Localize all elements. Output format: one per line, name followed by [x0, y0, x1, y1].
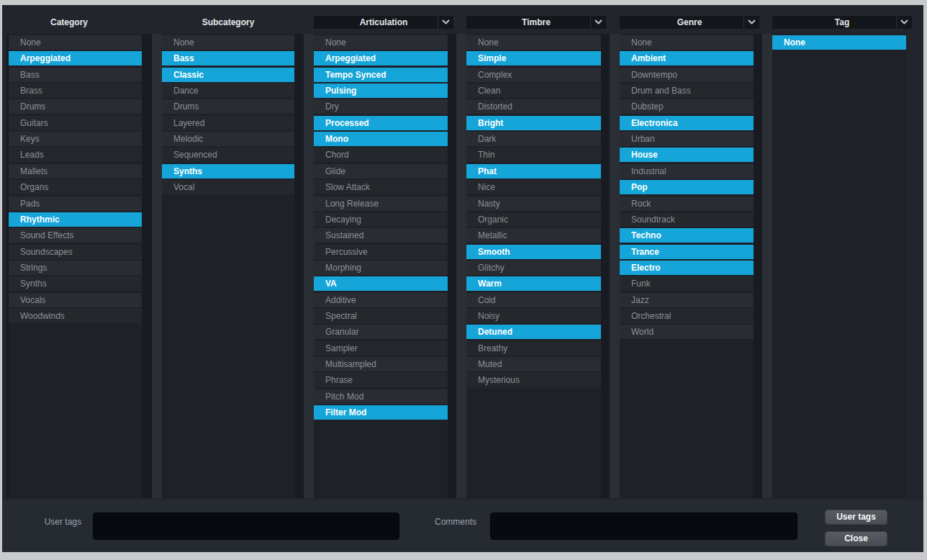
list-item[interactable]: Organs	[9, 180, 142, 194]
list-item[interactable]: Filter Mod	[314, 405, 448, 420]
list-item[interactable]: Bright	[466, 116, 601, 130]
list-item[interactable]: Classic	[162, 68, 294, 82]
list-item[interactable]: None	[314, 35, 448, 50]
list-item[interactable]: Sound Effects	[9, 228, 142, 243]
list-item[interactable]: Pads	[9, 197, 142, 211]
list-item[interactable]: Leads	[9, 148, 142, 162]
list-item[interactable]: Complex	[466, 68, 601, 82]
list-item[interactable]: None	[9, 35, 142, 50]
header-dropdown-genre[interactable]: Genre	[620, 16, 759, 29]
list-item[interactable]: Rhythmic	[9, 212, 142, 227]
list-item[interactable]: House	[620, 148, 754, 162]
list-item[interactable]: Sustained	[314, 228, 448, 243]
list-item[interactable]: Pulsing	[314, 83, 448, 98]
list-item[interactable]: Dry	[314, 99, 448, 114]
list-item[interactable]: Arpeggiated	[9, 51, 142, 66]
list-item[interactable]: Urban	[620, 132, 754, 146]
list-item[interactable]: Percussive	[314, 245, 448, 259]
list-item[interactable]: Dance	[162, 83, 294, 98]
list-item[interactable]: Thin	[466, 148, 601, 162]
list-item[interactable]: Electro	[620, 261, 754, 275]
list-item[interactable]: Processed	[314, 116, 448, 130]
list-item[interactable]: Clean	[466, 83, 601, 98]
list-item[interactable]: Strings	[9, 261, 142, 275]
chevron-down-icon[interactable]	[590, 16, 606, 29]
list-item[interactable]: Sequenced	[162, 148, 294, 162]
list-item[interactable]: Cold	[466, 293, 601, 307]
list-item[interactable]: Muted	[466, 357, 601, 371]
list-item[interactable]: Tempo Synced	[314, 68, 448, 82]
list-item[interactable]: None	[772, 35, 906, 50]
list-item[interactable]: None	[162, 35, 294, 50]
list-item[interactable]: Detuned	[466, 325, 601, 339]
close-button[interactable]: Close	[825, 531, 887, 546]
list-item[interactable]: Mono	[314, 132, 448, 146]
list-item[interactable]: Phrase	[314, 373, 448, 387]
list-item[interactable]: Granular	[314, 325, 448, 339]
chevron-down-icon[interactable]	[438, 16, 453, 29]
list-item[interactable]: Multisampled	[314, 357, 448, 371]
list-item[interactable]: Guitars	[9, 116, 142, 130]
list-item[interactable]: Industrial	[620, 164, 754, 179]
list-item[interactable]: Downtempo	[620, 68, 754, 82]
list-item[interactable]: Nice	[466, 180, 601, 194]
list-item[interactable]: Mallets	[9, 164, 142, 179]
list-item[interactable]: Vocals	[9, 293, 142, 307]
list-item[interactable]: Nasty	[466, 197, 601, 211]
chevron-down-icon[interactable]	[896, 16, 912, 29]
list-item[interactable]: Rock	[620, 197, 754, 211]
list-item[interactable]: Layered	[162, 116, 294, 130]
list-item[interactable]: Jazz	[620, 293, 754, 307]
list-item[interactable]: Orchestral	[620, 309, 754, 323]
list-item[interactable]: Warm	[466, 276, 601, 291]
list-item[interactable]: VA	[314, 276, 448, 291]
list-item[interactable]: Bass	[162, 51, 294, 66]
header-dropdown-timbre[interactable]: Timbre	[466, 16, 606, 29]
list-item[interactable]: World	[620, 325, 754, 339]
list-item[interactable]: Vocal	[162, 180, 294, 194]
list-item[interactable]: Smooth	[466, 245, 601, 259]
list-item[interactable]: Keys	[9, 132, 142, 146]
list-item[interactable]: Drum and Bass	[620, 83, 754, 98]
list-item[interactable]: Techno	[620, 228, 754, 243]
list-item[interactable]: Arpeggiated	[314, 51, 448, 66]
list-item[interactable]: Simple	[466, 51, 601, 66]
list-item[interactable]: Trance	[620, 245, 754, 259]
comments-input[interactable]	[490, 512, 797, 540]
list-item[interactable]: Pop	[620, 180, 754, 194]
list-item[interactable]: Drums	[162, 99, 294, 114]
list-item[interactable]: Bass	[9, 68, 142, 82]
list-item[interactable]: Breathy	[466, 341, 601, 356]
user-tags-input[interactable]	[93, 512, 399, 540]
list-item[interactable]: Soundtrack	[620, 212, 754, 227]
list-item[interactable]: Synths	[9, 276, 142, 291]
list-item[interactable]: Glide	[314, 164, 448, 179]
list-item[interactable]: Soundscapes	[9, 245, 142, 259]
list-item[interactable]: Pitch Mod	[314, 389, 448, 404]
chevron-down-icon[interactable]	[743, 16, 759, 29]
list-item[interactable]: Slow Attack	[314, 180, 448, 194]
list-item[interactable]: Phat	[466, 164, 601, 179]
list-item[interactable]: None	[466, 35, 601, 50]
list-item[interactable]: Additive	[314, 293, 448, 307]
list-item[interactable]: Spectral	[314, 309, 448, 323]
list-item[interactable]: Dubstep	[620, 99, 754, 114]
header-dropdown-tag[interactable]: Tag	[772, 16, 912, 29]
list-item[interactable]: Decaying	[314, 212, 448, 227]
list-item[interactable]: Woodwinds	[9, 309, 142, 323]
header-dropdown-articulation[interactable]: Articulation	[314, 16, 453, 29]
list-item[interactable]: Mysterious	[466, 373, 601, 387]
list-item[interactable]: Ambient	[620, 51, 754, 66]
list-item[interactable]: Dark	[466, 132, 601, 146]
list-item[interactable]: Metallic	[466, 228, 601, 243]
list-item[interactable]: Electronica	[620, 116, 754, 130]
list-item[interactable]: Sampler	[314, 341, 448, 356]
list-item[interactable]: Distorted	[466, 99, 601, 114]
list-item[interactable]: Synths	[162, 164, 294, 179]
list-item[interactable]: Long Release	[314, 197, 448, 211]
list-item[interactable]: Organic	[466, 212, 601, 227]
list-item[interactable]: Funk	[620, 276, 754, 291]
list-item[interactable]: Morphing	[314, 261, 448, 275]
user-tags-button[interactable]: User tags	[825, 510, 887, 525]
list-item[interactable]: Glitchy	[466, 261, 601, 275]
